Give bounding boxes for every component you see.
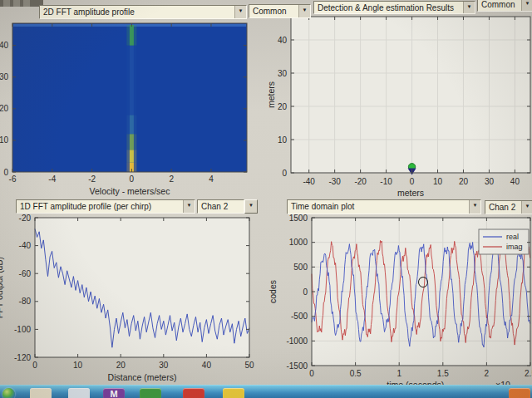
windows-start-orb[interactable]: [2, 388, 15, 398]
plot-selector-timedomain-value: Time domain plot: [288, 200, 469, 214]
y-tick-label: -500: [291, 312, 308, 321]
y-tick-label: -1500: [286, 361, 308, 371]
windows-taskbar[interactable]: M: [0, 385, 532, 398]
x-tick-label: 4: [209, 174, 214, 184]
y-tick-label: -80: [19, 297, 32, 306]
plot-selector-fft2d[interactable]: 2D FFT amplitude profile ▼: [39, 5, 247, 19]
x-tick-label: -2: [88, 174, 96, 184]
plot-selector-fft1d[interactable]: 1D FFT amplitude profile (per chirp) ▼: [16, 199, 195, 214]
chevron-down-icon[interactable]: ▼: [298, 5, 310, 17]
y-tick-label: 40: [278, 36, 288, 45]
x-tick-label: -4: [48, 174, 56, 184]
x-tick-label: 0.5: [350, 369, 362, 378]
mouse-cursor: [418, 277, 428, 287]
app-icon-orange[interactable]: [509, 388, 530, 398]
app-icon-red-ball[interactable]: [183, 388, 204, 398]
mmwave-visualizer-screen: 2D FFT amplitude profile ▼ Common ▼ Dete…: [0, 0, 532, 398]
fft2d-heatmap-plot: -6-4-2024010203040Velocity - meters/secm…: [0, 20, 259, 196]
x-tick-label: 30: [159, 361, 169, 370]
x-tick-label: 40: [202, 361, 212, 370]
x-tick-label: -6: [9, 174, 17, 184]
chevron-down-icon[interactable]: ▼: [521, 0, 532, 11]
y-tick-label: 10: [0, 135, 8, 145]
y-tick-label: 0: [3, 168, 8, 177]
x-tick-label: 1.5: [437, 369, 449, 378]
toolbar-icon: [23, 0, 30, 7]
x-tick-label: 40: [510, 177, 520, 186]
channel-selector-fft1d-value: Chan 2: [198, 200, 244, 213]
y-tick-label: -100: [14, 325, 31, 334]
heatmap-streak-segment: [130, 150, 134, 162]
y-tick-label: -120: [14, 353, 31, 362]
y-tick-label: 1000: [289, 238, 308, 247]
x-tick-label: 2: [169, 174, 174, 184]
plot-selector-timedomain[interactable]: Time domain plot ▼: [287, 199, 481, 214]
toolbar-icon: [13, 0, 20, 7]
detection-scatter-plot: -40-30-20-10010203040010203040metersmete…: [264, 15, 532, 201]
toolbar-icon: [3, 0, 10, 7]
plot-selector-detection[interactable]: Detection & Angle estimation Results ▼: [313, 1, 475, 14]
plot-background: [35, 218, 249, 357]
channel-selector-timedomain-value: Chan 2: [485, 201, 521, 214]
x-tick-label: 0: [309, 369, 314, 378]
legend-label-imag: imag: [506, 243, 523, 251]
x-tick-label: 0: [130, 174, 135, 184]
app-icon-green-circle[interactable]: [140, 388, 161, 398]
chevron-down-icon[interactable]: ▼: [469, 200, 480, 214]
x-tick-label: -30: [328, 177, 341, 186]
heatmap-streak-segment: [130, 46, 134, 115]
y-tick-label: 10: [278, 135, 288, 145]
channel-selector-fft1d-dropdown-button[interactable]: ▼: [244, 199, 258, 214]
common-selector-fft2d[interactable]: Common ▼: [249, 4, 311, 18]
app-icon-purple-m[interactable]: M: [103, 388, 125, 398]
plot-selector-fft2d-value: 2D FFT amplitude profile: [40, 6, 234, 18]
y-tick-label: 500: [293, 263, 308, 272]
x-tick-label: 20: [459, 177, 469, 186]
common-selector-detection-value: Common: [478, 0, 521, 11]
channel-selector-fft1d[interactable]: Chan 2: [197, 199, 244, 214]
y-tick-label: 0: [282, 169, 287, 178]
x-axis-label: Velocity - meters/sec: [90, 186, 170, 196]
y-tick-label: 40: [0, 41, 8, 50]
heatmap-streak-segment: [130, 134, 134, 150]
y-tick-label: -20: [19, 214, 32, 223]
common-selector-detection[interactable]: Common ▼: [477, 0, 532, 12]
chevron-down-icon[interactable]: ▼: [183, 200, 195, 213]
chevron-down-icon[interactable]: ▼: [234, 6, 246, 18]
y-tick-label: -40: [19, 241, 32, 250]
app-icon-window[interactable]: [30, 388, 52, 398]
x-tick-label: 10: [73, 361, 83, 370]
y-axis-label: meters: [266, 81, 276, 108]
x-tick-label: 10: [433, 177, 443, 186]
x-tick-label: -40: [303, 177, 315, 186]
y-tick-label: 20: [0, 104, 8, 113]
chevron-down-icon[interactable]: ▼: [463, 2, 475, 13]
x-tick-label: 0: [410, 177, 415, 186]
partial-toolbar: [0, 0, 43, 7]
x-tick-label: -20: [354, 177, 367, 186]
x-tick-label: 50: [244, 361, 254, 370]
x-tick-label: -10: [380, 177, 392, 186]
plot-selector-fft1d-value: 1D FFT amplitude profile (per chirp): [17, 200, 183, 213]
y-tick-label: 30: [278, 69, 288, 78]
x-tick-label: 1: [397, 369, 401, 378]
y-tick-label: -1000: [286, 337, 308, 346]
x-tick-label: 0: [32, 361, 37, 370]
y-tick-label: 30: [0, 72, 8, 81]
fft1d-line-plot: 01020304050-20-40-60-80-100-120Distance …: [0, 214, 259, 387]
heatmap-streak-segment: [130, 25, 134, 46]
channel-selector-timedomain[interactable]: Chan 2 ▼: [485, 200, 532, 214]
y-tick-label: -60: [19, 269, 32, 278]
y-tick-label: 1500: [289, 214, 308, 223]
y-tick-label: 0: [303, 287, 308, 297]
chevron-down-icon[interactable]: ▼: [521, 201, 532, 214]
common-selector-fft2d-value: Common: [249, 5, 298, 17]
legend-label-real: real: [506, 233, 519, 241]
app-icon-document[interactable]: [68, 388, 90, 398]
app-icon-yellow-bolt[interactable]: [223, 388, 244, 398]
y-tick-label: 20: [278, 102, 288, 111]
heatmap-streak-segment: [130, 115, 134, 134]
plot-selector-detection-value: Detection & Angle estimation Results: [314, 2, 463, 13]
timedomain-line-plot: realimag×1000.511.522.5-1500-1000-500050…: [268, 214, 532, 398]
x-axis-label: meters: [397, 188, 424, 198]
